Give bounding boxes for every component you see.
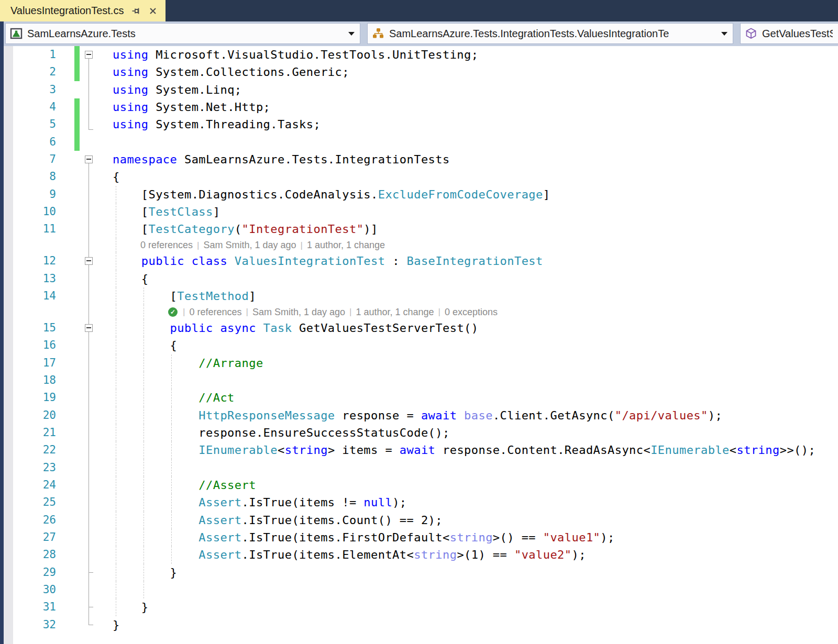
code-token: string <box>450 531 493 544</box>
line-number: 4 <box>0 98 56 116</box>
code-token <box>113 496 199 509</box>
change-bar <box>74 546 80 563</box>
codelens-item[interactable]: 0 references <box>189 307 241 318</box>
code-token: TestMethod <box>177 290 249 303</box>
change-bar <box>74 287 80 305</box>
line-number: 16 <box>0 337 56 354</box>
line-number: 13 <box>0 270 56 287</box>
line-number: 23 <box>0 459 56 476</box>
outline-line <box>89 337 89 354</box>
codelens-item[interactable]: 0 exceptions <box>445 307 498 318</box>
code-token: null <box>363 496 392 509</box>
code-token: .Client.GetAsync( <box>493 409 615 422</box>
indent-guide <box>144 305 144 319</box>
code-token: using <box>113 65 148 79</box>
change-bar <box>74 407 80 424</box>
indent-guide <box>144 372 144 389</box>
codelens-item[interactable]: 1 author, 1 change <box>307 240 385 251</box>
window-left-edge <box>0 21 4 644</box>
codelens-item[interactable]: 0 references <box>140 240 193 251</box>
line-number: 2 <box>0 63 56 81</box>
code-line: 5using System.Threading.Tasks; <box>0 116 838 133</box>
code-token: "value2" <box>514 548 572 561</box>
code-line: 18 <box>0 372 838 389</box>
outline-line <box>89 441 89 459</box>
pin-icon[interactable] <box>131 6 141 16</box>
line-number: 32 <box>0 616 56 634</box>
code-token: .IsTrue(items.FirstOrDefault< <box>242 531 450 544</box>
change-bar <box>74 186 80 203</box>
codelens-item[interactable]: Sam Smith, 1 day ago <box>203 240 296 251</box>
code-line: 9 [System.Diagnostics.CodeAnalysis.Exclu… <box>0 186 838 203</box>
code-token: HttpResponseMessage <box>199 409 335 422</box>
code-token: TestCategory <box>148 223 234 236</box>
codelens-separator: | <box>349 307 351 317</box>
line-number: 12 <box>0 252 56 270</box>
change-bar <box>74 424 80 441</box>
code-text: } <box>113 564 177 581</box>
indent-guide <box>116 459 116 476</box>
line-number: 25 <box>0 494 56 511</box>
fold-toggle-icon[interactable] <box>85 257 93 265</box>
indent-guide <box>171 372 172 389</box>
fold-toggle-icon[interactable] <box>85 156 93 163</box>
indent-guide <box>116 372 116 389</box>
code-token: .IsTrue(items != <box>242 496 364 509</box>
change-bar <box>74 494 80 511</box>
code-token: ); <box>572 548 586 561</box>
code-token: System.Collections.Generic; <box>148 65 349 79</box>
code-text: [System.Diagnostics.CodeAnalysis.Exclude… <box>113 186 550 203</box>
code-token: using <box>113 118 148 131</box>
change-bar <box>74 372 80 389</box>
outline-line <box>89 389 89 406</box>
code-token: public class <box>141 254 235 268</box>
line-number: 6 <box>0 134 56 151</box>
line-number: 21 <box>0 424 56 441</box>
code-token: ); <box>708 409 722 422</box>
line-number: 10 <box>0 203 56 220</box>
codelens-item[interactable]: 1 author, 1 change <box>356 307 434 318</box>
code-token: base <box>464 409 493 422</box>
code-token <box>113 514 199 527</box>
code-token: ] <box>249 290 256 303</box>
indent-guide <box>144 459 144 476</box>
change-bar <box>74 354 80 372</box>
code-token: { <box>113 272 148 285</box>
outline-line <box>89 459 89 476</box>
code-token: //Arrange <box>113 357 263 370</box>
close-icon[interactable] <box>149 7 157 15</box>
type-dropdown[interactable]: SamLearnsAzure.Tests.IntegrationTests.Va… <box>367 23 733 44</box>
code-text: public async Task GetValuesTestServerTes… <box>113 319 478 337</box>
tab-valuesintegrationtest[interactable]: ValuesIntegrationTest.cs <box>0 0 166 21</box>
change-bar <box>74 220 80 238</box>
code-token: { <box>113 339 177 352</box>
tab-bar: ValuesIntegrationTest.cs <box>0 0 838 21</box>
outline-corner <box>89 607 93 607</box>
codelens-item[interactable]: Sam Smith, 1 day ago <box>252 307 345 318</box>
code-token: ] <box>213 205 220 218</box>
code-text: //Act <box>113 389 235 406</box>
code-line: 17 //Arrange <box>0 354 838 372</box>
code-token <box>113 409 199 422</box>
code-token: [ <box>113 223 148 236</box>
code-text: [TestClass] <box>113 203 220 220</box>
code-token: ] <box>543 188 550 201</box>
codelens-indicators[interactable]: 0 references|Sam Smith, 1 day ago|1 auth… <box>140 238 385 253</box>
code-text: { <box>113 337 177 354</box>
codelens-indicators[interactable]: ✓|0 references|Sam Smith, 1 day ago|1 au… <box>168 305 498 319</box>
code-line: 12 public class ValuesIntegrationTest : … <box>0 252 838 270</box>
code-line: 7namespace SamLearnsAzure.Tests.Integrat… <box>0 151 838 168</box>
fold-toggle-icon[interactable] <box>85 51 93 59</box>
outline-corner <box>89 129 93 130</box>
code-line: 8{ <box>0 168 838 185</box>
project-dropdown[interactable]: SamLearnsAzure.Tests <box>5 23 360 44</box>
member-dropdown[interactable]: GetValuesTestS <box>740 23 838 44</box>
code-line: 26 Assert.IsTrue(items.Count() == 2); <box>0 512 838 529</box>
code-token: ExcludeFromCodeCoverage <box>378 188 543 201</box>
fold-toggle-icon[interactable] <box>85 324 93 332</box>
outline-corner <box>89 625 93 625</box>
line-number: 15 <box>0 319 56 337</box>
change-bar <box>74 512 80 529</box>
outline-line <box>89 494 89 511</box>
code-token: Assert <box>199 514 241 527</box>
